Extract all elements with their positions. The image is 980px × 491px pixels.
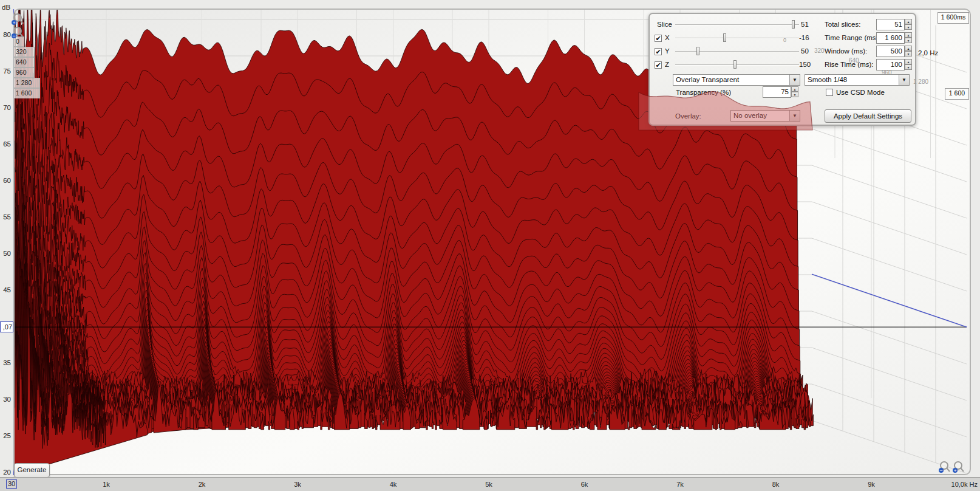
time-slice-label-1600: 1 600: [13, 88, 40, 98]
time-range-label: Time Range (ms):: [825, 34, 880, 41]
db-tick-50: 50: [0, 250, 11, 257]
frequency-axis-bar: 30 10,0k Hz 1k2k3k4k5k6k7k8k9k: [0, 477, 980, 491]
zoom-out-y-icon[interactable]: −: [11, 26, 24, 43]
window-input[interactable]: 500: [876, 46, 905, 57]
z-slider-track[interactable]: [675, 64, 799, 66]
time-front-corner-label: 1 600: [945, 88, 969, 100]
overlay-label: Overlay:: [675, 112, 701, 120]
db-tick-75: 75: [0, 67, 11, 75]
db-tick-55: 55: [0, 213, 11, 221]
freq-tick-9k: 9k: [868, 481, 875, 488]
time-range-spinner: 1 600 ▲▼: [876, 32, 913, 44]
y-value: 50: [801, 47, 809, 55]
chevron-down-icon: ▼: [789, 111, 800, 121]
waterfall-controls: Slice 51 Total slices: 51 ▲▼ ✔ X 0 -16 T…: [648, 13, 916, 126]
chevron-down-icon: ▼: [789, 75, 800, 85]
freq-tick-30[interactable]: 30: [6, 479, 17, 489]
freq-tick-6k: 6k: [581, 481, 588, 488]
z-axis-checkbox[interactable]: ✔: [655, 61, 662, 69]
chevron-down-icon: ▼: [899, 75, 909, 85]
time-slice-label-1280: 1 280: [13, 78, 40, 88]
freq-tick-5k: 5k: [485, 481, 492, 488]
x-slider-thumb[interactable]: [723, 33, 726, 42]
smoothing-dropdown[interactable]: Smooth 1/48 ▼: [805, 74, 910, 86]
svg-text:−: −: [939, 467, 942, 473]
x-slider-hint: 0: [783, 37, 786, 43]
z-value: 150: [799, 61, 811, 68]
svg-text:+: +: [954, 468, 957, 473]
transparency-down-icon[interactable]: ▼: [791, 92, 798, 97]
waterfall-app-window: { "plot": { "y_axis": {"title": "dB", "t…: [0, 0, 980, 491]
total-slices-input[interactable]: 51: [876, 19, 905, 30]
db-tick-20: 20: [0, 469, 11, 476]
db-tick-65: 65: [0, 140, 11, 148]
display-mode-dropdown[interactable]: Overlay Transparent ▼: [673, 74, 800, 86]
rise-time-down-icon[interactable]: ▼: [905, 64, 912, 70]
rise-time-label: Rise Time (ms):: [825, 61, 874, 68]
time-slice-label-320: 320: [13, 47, 35, 57]
slice-slider-thumb[interactable]: [792, 20, 795, 29]
smoothing-value: Smooth 1/48: [808, 76, 847, 83]
freq-tick-1k: 1k: [103, 481, 110, 488]
time-range-up-icon[interactable]: ▲: [905, 32, 912, 38]
slice-slider-track[interactable]: [675, 24, 799, 26]
rise-time-input[interactable]: 100: [876, 59, 905, 70]
y-axis-checkbox[interactable]: ✔: [655, 48, 662, 55]
use-csd-mode-checkbox[interactable]: [826, 89, 833, 96]
total-slices-down-icon[interactable]: ▼: [905, 24, 912, 30]
z-axis-label: Z: [665, 61, 669, 68]
overlay-dropdown[interactable]: No overlay ▼: [730, 110, 800, 122]
time-slice-label-640: 640: [13, 57, 35, 67]
total-slices-spinner: 51 ▲▼: [876, 19, 913, 30]
x-axis-label: X: [665, 34, 670, 41]
window-up-icon[interactable]: ▲: [905, 46, 912, 51]
rise-time-spinner: 100 ▲▼: [876, 59, 913, 70]
svg-text:−: −: [12, 33, 15, 39]
freq-tick-10k: 10,0k Hz: [951, 481, 978, 488]
transparency-up-icon[interactable]: ▲: [791, 86, 798, 92]
z-slider-thumb[interactable]: [733, 60, 737, 69]
zoom-out-x-icon[interactable]: −: [938, 461, 951, 478]
y-slider-thumb[interactable]: [696, 47, 699, 55]
db-tick-80: 80: [0, 31, 11, 38]
freq-tick-3k: 3k: [294, 481, 301, 488]
freq-tick-8k: 8k: [772, 481, 780, 488]
transparency-label: Transparency (%): [676, 89, 731, 96]
x-slider-track[interactable]: [675, 38, 799, 39]
use-csd-mode-label: Use CSD Mode: [836, 89, 885, 96]
transparency-input[interactable]: 75: [763, 86, 791, 98]
slice-label: Slice: [657, 21, 672, 28]
y-slider-track[interactable]: [675, 51, 799, 52]
window-label: Window (ms):: [825, 47, 867, 55]
db-axis-title: dB: [2, 4, 10, 11]
time-range-input[interactable]: 1 600: [876, 32, 905, 44]
generate-button[interactable]: Generate: [14, 463, 50, 478]
db-tick-35: 35: [0, 359, 11, 366]
x-axis-checkbox[interactable]: ✔: [655, 35, 662, 42]
freq-tick-4k: 4k: [390, 481, 397, 488]
freq-tick-2k: 2k: [199, 481, 206, 488]
cursor-db-readout: ,07: [0, 321, 13, 332]
slice-value: 51: [801, 21, 809, 28]
time-slice-label-960: 960: [13, 67, 35, 78]
transparency-spinner: 75 ▲▼: [763, 86, 799, 98]
db-tick-25: 25: [0, 432, 11, 439]
overlay-value: No overlay: [733, 112, 767, 119]
x-value: -16: [799, 34, 809, 41]
db-tick-60: 60: [0, 177, 11, 184]
window-down-icon[interactable]: ▼: [905, 51, 912, 57]
zoom-in-x-icon[interactable]: +: [952, 461, 965, 478]
window-spinner: 500 ▲▼: [876, 46, 913, 57]
apply-default-settings-button[interactable]: Apply Default Settings: [825, 109, 911, 123]
time-range-down-icon[interactable]: ▼: [905, 38, 912, 43]
total-slices-up-icon[interactable]: ▲: [905, 19, 912, 24]
db-tick-30: 30: [0, 396, 11, 403]
rise-time-up-icon[interactable]: ▲: [905, 59, 912, 64]
freq-tick-7k: 7k: [676, 481, 684, 488]
db-tick-70: 70: [0, 104, 11, 111]
total-slices-label: Total slices:: [825, 21, 860, 28]
time-range-corner-label: 1 600ms: [937, 12, 969, 24]
y-axis-label: Y: [665, 47, 670, 55]
window-resolution-suffix: 2,0 Hz: [918, 49, 938, 57]
svg-text:+: +: [13, 20, 16, 26]
